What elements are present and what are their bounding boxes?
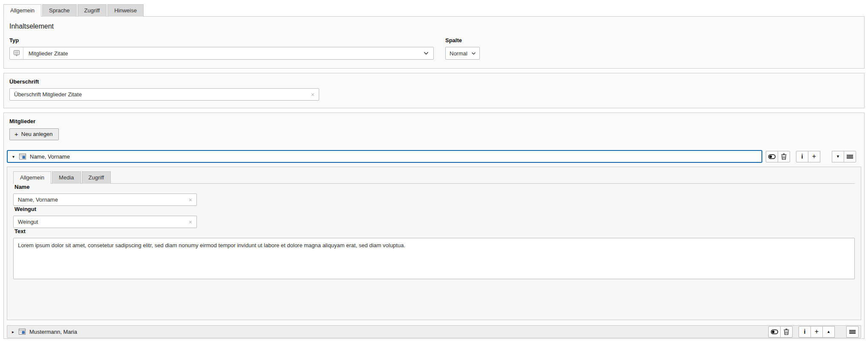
clear-icon[interactable]: × xyxy=(185,197,196,203)
info-button[interactable]: i xyxy=(799,326,811,338)
tab-sprache[interactable]: Sprache xyxy=(42,4,76,17)
trash-icon xyxy=(781,153,787,160)
spalte-label: Spalte xyxy=(445,37,480,43)
record-detail-form: Allgemein Media Zugriff Name Name, Vorna… xyxy=(7,167,861,320)
new-record-button-label: Neu anlegen xyxy=(21,131,53,137)
clear-icon[interactable]: × xyxy=(185,219,196,225)
toggle-visibility-button[interactable] xyxy=(766,151,778,162)
ueberschrift-value: Überschrift Mitglieder Zitate xyxy=(10,91,307,98)
section-inhaltselement: Inhaltselement Typ Mitglieder Zitate xyxy=(3,16,865,69)
new-after-button[interactable]: + xyxy=(808,151,820,162)
main-tabbar: Allgemein Sprache Zugriff Hinweise xyxy=(3,4,865,17)
ueberschrift-input[interactable]: Überschrift Mitglieder Zitate × xyxy=(9,88,319,101)
drag-handle[interactable] xyxy=(844,151,856,162)
spalte-selected-value: Normal xyxy=(446,50,471,57)
move-up-button[interactable]: ▲ xyxy=(822,326,835,338)
chevron-down-icon xyxy=(471,52,479,55)
toggle-visibility-button[interactable] xyxy=(768,326,781,338)
info-icon: i xyxy=(804,328,806,335)
section-ueberschrift: Überschrift Überschrift Mitglieder Zitat… xyxy=(3,73,865,108)
new-record-button[interactable]: + Neu anlegen xyxy=(9,128,59,140)
mitglieder-label: Mitglieder xyxy=(9,118,861,124)
collapse-caret-icon[interactable]: ▾ xyxy=(8,154,19,159)
plus-icon: + xyxy=(14,131,18,137)
record-controls: i + ▲ ▼ xyxy=(768,326,859,338)
clear-icon[interactable]: × xyxy=(307,91,319,98)
content-type-icon xyxy=(10,47,23,59)
trash-icon xyxy=(784,329,789,335)
section-heading: Inhaltselement xyxy=(9,23,859,30)
weingut-value: Weingut xyxy=(14,219,185,225)
delete-button[interactable] xyxy=(780,326,793,338)
plus-icon: + xyxy=(812,153,816,159)
formengine-page: Allgemein Sprache Zugriff Hinweise Inhal… xyxy=(0,0,868,339)
info-button[interactable]: i xyxy=(796,151,808,162)
plus-icon: + xyxy=(815,329,819,335)
new-after-button[interactable]: + xyxy=(810,326,823,338)
toggle-visibility-icon xyxy=(771,329,778,334)
text-textarea[interactable]: Lorem ipsum dolor sit amet, consetetur s… xyxy=(13,238,855,279)
chevron-down-icon xyxy=(419,52,433,55)
record-controls: i + ▲ ▼ xyxy=(766,151,856,162)
tab-hinweise[interactable]: Hinweise xyxy=(107,4,144,17)
drag-handle[interactable] xyxy=(846,326,859,338)
record-tab-allgemein[interactable]: Allgemein xyxy=(13,171,51,184)
expand-caret-icon[interactable]: ▸ xyxy=(7,329,19,334)
inline-record-expanded-row: ▾ Name, Vorname xyxy=(7,150,861,163)
text-label: Text xyxy=(14,228,855,234)
record-title: Mustermann, Maria xyxy=(29,329,77,335)
weingut-label: Weingut xyxy=(14,206,855,212)
record-icon xyxy=(19,153,26,160)
tab-allgemein[interactable]: Allgemein xyxy=(3,4,41,17)
toggle-visibility-icon xyxy=(768,154,776,159)
record-tab-zugriff[interactable]: Zugriff xyxy=(82,171,111,184)
info-icon: i xyxy=(802,153,803,160)
delete-button[interactable] xyxy=(778,151,790,162)
weingut-input[interactable]: Weingut × xyxy=(13,216,197,228)
name-input[interactable]: Name, Vorname × xyxy=(13,194,197,206)
field-spalte: Spalte Normal xyxy=(445,37,480,60)
typ-selected-value: Mitglieder Zitate xyxy=(23,50,419,57)
typ-select[interactable]: Mitglieder Zitate xyxy=(9,47,434,60)
name-value: Name, Vorname xyxy=(14,197,185,203)
move-up-icon: ▲ xyxy=(827,329,831,334)
section-mitglieder: Mitglieder + Neu anlegen ▾ Name, Vornam xyxy=(3,113,865,339)
record-icon xyxy=(19,328,26,335)
record-header-name-vorname[interactable]: ▾ Name, Vorname xyxy=(7,150,762,163)
spalte-select[interactable]: Normal xyxy=(445,47,480,60)
drag-handle-icon xyxy=(847,155,853,159)
move-down-button[interactable]: ▼ xyxy=(832,151,844,162)
typ-label: Typ xyxy=(9,37,434,43)
inline-record-collapsed-row[interactable]: ▸ Mustermann, Maria xyxy=(7,325,861,338)
name-label: Name xyxy=(14,184,855,190)
record-tabbar: Allgemein Media Zugriff xyxy=(13,171,855,184)
tab-zugriff[interactable]: Zugriff xyxy=(78,4,107,17)
ueberschrift-label: Überschrift xyxy=(9,78,859,85)
record-tab-media[interactable]: Media xyxy=(52,171,81,184)
move-down-icon: ▼ xyxy=(836,154,840,159)
field-typ: Typ Mitglieder Zitate xyxy=(9,37,434,60)
drag-handle-icon xyxy=(849,330,856,334)
record-title: Name, Vorname xyxy=(30,153,70,160)
